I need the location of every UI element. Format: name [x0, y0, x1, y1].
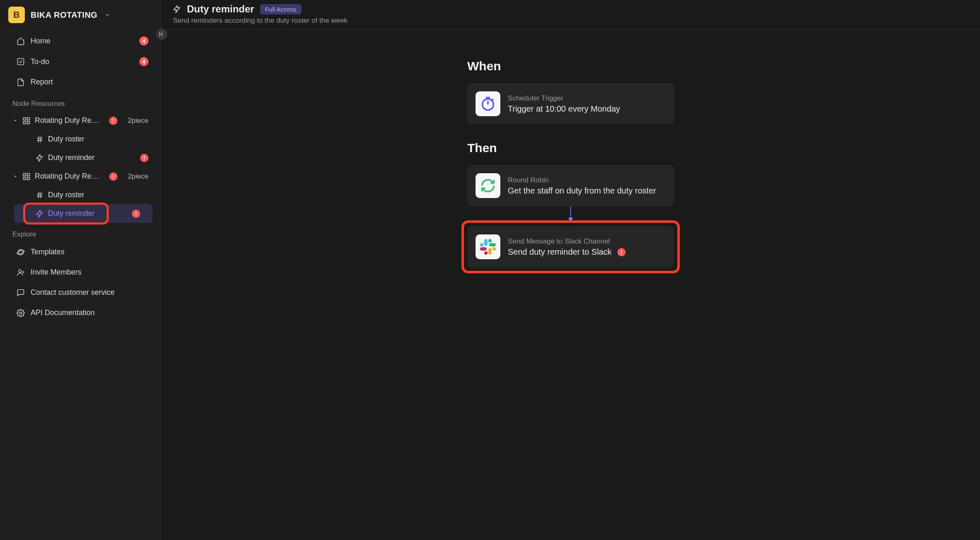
svg-rect-12	[27, 177, 30, 179]
tree-group-2-label: Rotating Duty Remin…	[35, 172, 105, 181]
when-heading: When	[467, 59, 674, 73]
nav-templates-label: Templates	[31, 248, 148, 256]
bolt-icon	[36, 154, 44, 162]
tree-group-2-count: 2piece	[128, 172, 148, 181]
svg-line-7	[38, 136, 39, 142]
workspace-name: BIKA ROTATING	[31, 10, 98, 20]
tree-group-2-roster[interactable]: Duty roster	[0, 186, 161, 204]
nav-report-label: Report	[31, 78, 148, 86]
chevron-down-icon	[104, 12, 111, 18]
tree-group-2-reminder-label: Duty reminder	[48, 209, 95, 218]
gear-icon	[17, 309, 25, 317]
svg-rect-3	[24, 121, 26, 124]
workspace-avatar: B	[8, 7, 25, 23]
warning-icon: !	[132, 210, 140, 218]
arrow-down-icon	[568, 218, 573, 221]
page-title: Duty reminder	[187, 3, 254, 15]
bolt-icon	[36, 210, 44, 218]
tree-group-1[interactable]: Rotating Duty Remin… ! 2piece	[0, 111, 161, 130]
svg-rect-1	[24, 117, 26, 120]
svg-line-8	[41, 136, 41, 142]
chevron-down-icon	[12, 174, 18, 179]
tree-group-1-count: 2piece	[128, 117, 148, 125]
slack-type-label: Send Message to Slack Channel	[508, 237, 666, 246]
round-robin-desc: Get the staff on duty from the duty rost…	[508, 186, 666, 196]
chevron-down-icon	[12, 118, 18, 124]
tree-group-1-roster-label: Duty roster	[48, 135, 84, 143]
warning-icon: !	[617, 248, 626, 256]
page-subtitle: Send reminders according to the duty ros…	[173, 17, 968, 25]
flow-canvas[interactable]: When Scheduler Trigger Trigger at 10:00 …	[161, 29, 980, 540]
collapse-sidebar-button[interactable]	[156, 29, 167, 40]
section-explore-label: Explore	[0, 223, 161, 242]
svg-rect-4	[27, 121, 30, 124]
nav-todo-label: To-do	[31, 57, 134, 66]
timer-icon	[476, 91, 500, 116]
svg-rect-2	[27, 117, 30, 120]
checkbox-icon	[17, 57, 25, 66]
workspace-switcher[interactable]: B BIKA ROTATING	[0, 3, 161, 31]
annotation-highlight: Send Message to Slack Channel Send duty …	[461, 220, 680, 273]
tree-group-1-roster[interactable]: Duty roster	[0, 130, 161, 148]
nav-api-docs[interactable]: API Documentation	[0, 303, 161, 323]
warning-icon: !	[109, 172, 117, 181]
svg-rect-10	[27, 173, 30, 176]
tree-group-2-reminder[interactable]: Duty reminder !	[14, 204, 153, 223]
warning-icon: !	[109, 117, 117, 125]
nav-todo[interactable]: To-do 4	[0, 51, 161, 72]
bolt-icon	[173, 5, 181, 13]
round-robin-step[interactable]: Round Robin Get the staff on duty from t…	[467, 165, 674, 206]
svg-rect-9	[24, 173, 26, 176]
round-robin-type-label: Round Robin	[508, 176, 666, 184]
user-plus-icon	[17, 268, 25, 277]
sidebar: B BIKA ROTATING Home 4 To-do 4 Report No…	[0, 0, 161, 540]
svg-line-16	[41, 192, 41, 198]
nav-templates[interactable]: Templates	[0, 242, 161, 262]
main-area: Duty reminder Full Access Send reminders…	[161, 0, 980, 540]
refresh-icon	[476, 173, 500, 198]
collapse-icon	[159, 31, 165, 37]
tree-group-1-reminder[interactable]: Duty reminder !	[0, 148, 161, 167]
planet-icon	[17, 248, 25, 256]
hash-icon	[36, 135, 44, 143]
slack-step[interactable]: Send Message to Slack Channel Send duty …	[467, 226, 674, 268]
tree-group-1-label: Rotating Duty Remin…	[35, 116, 105, 125]
section-resources-label: Node Resources	[0, 92, 161, 111]
chat-icon	[17, 289, 25, 297]
nav-home[interactable]: Home 4	[0, 31, 161, 51]
hash-icon	[36, 191, 44, 199]
nav-support[interactable]: Contact customer service	[0, 282, 161, 303]
nav-report[interactable]: Report	[0, 72, 161, 92]
svg-rect-11	[24, 177, 26, 179]
document-icon	[17, 78, 25, 86]
slack-icon	[476, 234, 500, 259]
nav-home-badge: 4	[139, 36, 148, 45]
svg-rect-0	[18, 59, 24, 65]
nav-todo-badge: 4	[139, 57, 148, 66]
home-icon	[17, 37, 25, 45]
svg-line-27	[492, 99, 493, 100]
trigger-step[interactable]: Scheduler Trigger Trigger at 10:00 every…	[467, 83, 674, 124]
grid-icon	[22, 117, 31, 125]
then-heading: Then	[467, 141, 674, 155]
slack-desc: Send duty reminder to Slack !	[508, 247, 666, 257]
grid-icon	[22, 172, 31, 181]
tree-group-1-reminder-label: Duty reminder	[48, 153, 95, 162]
nav-support-label: Contact customer service	[31, 288, 148, 297]
nav-invite-label: Invite Members	[31, 268, 148, 277]
nav-invite[interactable]: Invite Members	[0, 262, 161, 282]
svg-point-18	[17, 249, 25, 255]
nav-api-docs-label: API Documentation	[31, 308, 148, 317]
trigger-desc: Trigger at 10:00 every Monday	[508, 104, 666, 114]
tree-group-2[interactable]: Rotating Duty Remin… ! 2piece	[0, 167, 161, 186]
svg-point-22	[20, 312, 22, 314]
flow-connector	[467, 206, 674, 220]
trigger-type-label: Scheduler Trigger	[508, 94, 666, 103]
slack-desc-text: Send duty reminder to Slack	[508, 247, 612, 256]
page-header: Duty reminder Full Access Send reminders…	[161, 0, 980, 29]
access-badge[interactable]: Full Access	[260, 4, 301, 14]
svg-line-15	[38, 192, 39, 198]
warning-icon: !	[140, 154, 148, 162]
tree-group-2-roster-label: Duty roster	[48, 191, 84, 199]
nav-home-label: Home	[31, 37, 134, 45]
